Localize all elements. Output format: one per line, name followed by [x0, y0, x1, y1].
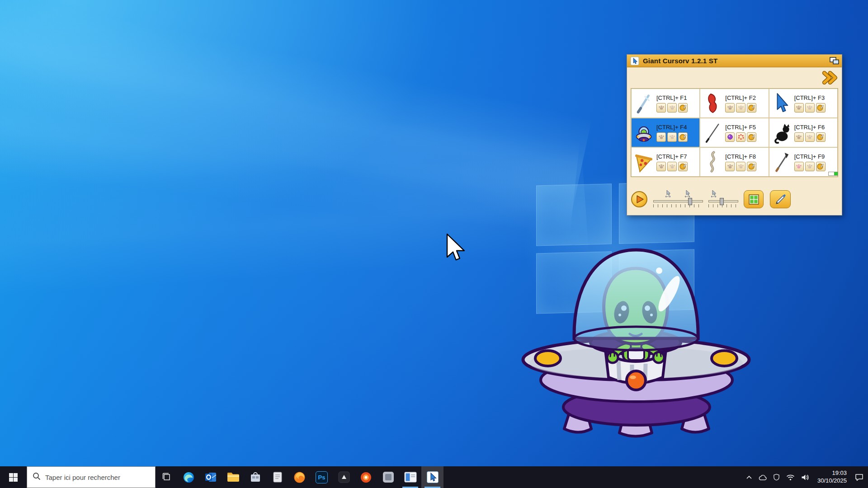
speed-slider-track[interactable] — [708, 200, 738, 202]
paw2-button[interactable] — [667, 132, 677, 142]
hotkey-label: [CTRL]+ F3 — [794, 94, 835, 101]
cursor-preview-needle — [702, 120, 723, 146]
paw2-button[interactable] — [805, 103, 815, 113]
taskbar-app-app-gray[interactable] — [377, 466, 399, 488]
speed-slider-thumb[interactable] — [720, 198, 724, 205]
windows-start-icon — [9, 473, 18, 482]
play-button[interactable] — [631, 191, 648, 208]
status-strip — [828, 172, 838, 176]
hotkey-label: [CTRL]+ F5 — [725, 124, 766, 131]
onedrive-cloud-icon[interactable] — [759, 474, 767, 480]
cursor-slot-f1[interactable]: [CTRL]+ F1 — [631, 89, 700, 118]
cursor-preview-pizza — [633, 149, 654, 175]
mouse-cursor — [446, 233, 467, 266]
size-slider-thumb[interactable] — [688, 198, 692, 205]
coin-button[interactable] — [678, 162, 688, 171]
expand-chevron-button[interactable] — [822, 70, 838, 85]
app-cursor-icon — [630, 56, 639, 66]
taskbar-app-outlook[interactable] — [200, 466, 222, 488]
cursor-slot-f4[interactable]: [CTRL]+ F4 — [631, 118, 700, 147]
taskbar-clock[interactable]: 19:03 30/10/2025 — [816, 469, 849, 485]
paw2-button[interactable] — [667, 162, 677, 171]
paw2-button[interactable] — [805, 132, 815, 142]
cursor-slot-f9[interactable]: [CTRL]+ F9 — [769, 147, 838, 177]
paw-button[interactable] — [656, 103, 666, 113]
speed-slider-group — [708, 191, 738, 207]
window-subheader — [627, 67, 842, 88]
hotkey-label: [CTRL]+ F8 — [725, 153, 766, 160]
taskbar-app-store[interactable] — [244, 466, 266, 488]
cursor-preview-spear — [771, 149, 792, 175]
paw-button[interactable] — [656, 162, 666, 171]
network-wifi-icon[interactable] — [786, 474, 795, 481]
search-placeholder: Taper ici pour rechercher — [45, 474, 120, 481]
cursor-slot-f3[interactable]: [CTRL]+ F3 — [769, 89, 838, 118]
cursor-slot-f6[interactable]: [CTRL]+ F6 — [769, 118, 838, 147]
hotkey-label: [CTRL]+ F4 — [656, 124, 698, 131]
paw2-button[interactable] — [805, 162, 815, 171]
giant-cursor-window: Giant Cursorv 1.2.1 ST [CTRL]+ F1[CTRL]+… — [627, 54, 842, 216]
security-shield-icon[interactable] — [773, 474, 780, 481]
pinkpaw-button[interactable] — [794, 162, 804, 171]
taskbar-app-edge[interactable] — [178, 466, 200, 488]
taskbar-app-photoshop[interactable]: Ps — [311, 466, 333, 488]
grid-settings-button[interactable] — [744, 190, 764, 208]
coin-button[interactable] — [747, 132, 756, 142]
purple-button[interactable] — [725, 132, 735, 142]
taskbar-app-app-dark[interactable] — [333, 466, 355, 488]
cursor-speed-icon — [710, 190, 718, 199]
hotkey-label: [CTRL]+ F6 — [794, 124, 835, 131]
start-button[interactable] — [0, 466, 27, 488]
cursor-preview-cape — [702, 90, 723, 117]
coin-button[interactable] — [678, 103, 688, 113]
edit-brush-button[interactable] — [770, 190, 791, 208]
taskbar-app-app-window[interactable] — [399, 466, 421, 488]
paw-button[interactable] — [725, 162, 735, 171]
size-slider-group — [653, 191, 703, 207]
taskbar-app-task-view[interactable] — [156, 466, 178, 488]
cursor-size-icon — [665, 190, 672, 199]
window-titlebar[interactable]: Giant Cursorv 1.2.1 ST — [627, 55, 842, 67]
cursor-slot-f5[interactable]: [CTRL]+ F5 — [700, 118, 769, 147]
taskbar-app-notes[interactable] — [266, 466, 288, 488]
taskbar-app-file-explorer[interactable] — [222, 466, 244, 488]
taskbar-app-giant-cursor[interactable] — [421, 466, 443, 488]
windows-logo-pane — [536, 183, 612, 246]
coin-button[interactable] — [747, 103, 756, 113]
coin-button[interactable] — [816, 132, 826, 142]
dots-button[interactable] — [736, 132, 745, 142]
taskbar: Taper ici pour rechercher Ps 19:03 30/10… — [0, 466, 868, 488]
cursor-preview-cat — [771, 120, 792, 146]
coin-button[interactable] — [816, 162, 826, 171]
paw2-button[interactable] — [736, 162, 745, 171]
slider-ticks — [653, 204, 703, 207]
cursor-slot-f2[interactable]: [CTRL]+ F2 — [700, 89, 769, 118]
volume-icon[interactable] — [801, 474, 809, 481]
system-tray: 19:03 30/10/2025 — [741, 466, 868, 488]
paw-button[interactable] — [656, 132, 666, 142]
cursor-slot-f8[interactable]: [CTRL]+ F8 — [700, 147, 769, 177]
window-mode-icon[interactable] — [830, 56, 839, 66]
hotkey-label: [CTRL]+ F1 — [656, 94, 698, 101]
paw-button[interactable] — [725, 103, 735, 113]
taskbar-search[interactable]: Taper ici pour rechercher — [27, 466, 156, 488]
cursor-grid: [CTRL]+ F1[CTRL]+ F2[CTRL]+ F3[CTRL]+ F4… — [631, 88, 838, 177]
coin-button[interactable] — [816, 103, 826, 113]
paw-button[interactable] — [794, 132, 804, 142]
taskbar-app-firefox[interactable] — [288, 466, 311, 488]
paw2-button[interactable] — [736, 103, 745, 113]
cursor-slot-f7[interactable]: [CTRL]+ F7 — [631, 147, 700, 177]
taskbar-app-app-orange[interactable] — [355, 466, 377, 488]
coin-button[interactable] — [678, 132, 688, 142]
hotkey-label: [CTRL]+ F9 — [794, 153, 835, 160]
coin-button[interactable] — [747, 162, 756, 171]
clock-time: 19:03 — [817, 469, 847, 477]
cursor-preview-rope — [702, 149, 723, 175]
taskbar-apps: Ps — [156, 466, 443, 488]
size-slider-track[interactable] — [653, 200, 703, 202]
action-center-icon[interactable] — [855, 474, 863, 481]
show-hidden-icons-button[interactable] — [746, 475, 752, 479]
paw2-button[interactable] — [667, 103, 677, 113]
status-led — [834, 172, 838, 175]
paw-button[interactable] — [794, 103, 804, 113]
